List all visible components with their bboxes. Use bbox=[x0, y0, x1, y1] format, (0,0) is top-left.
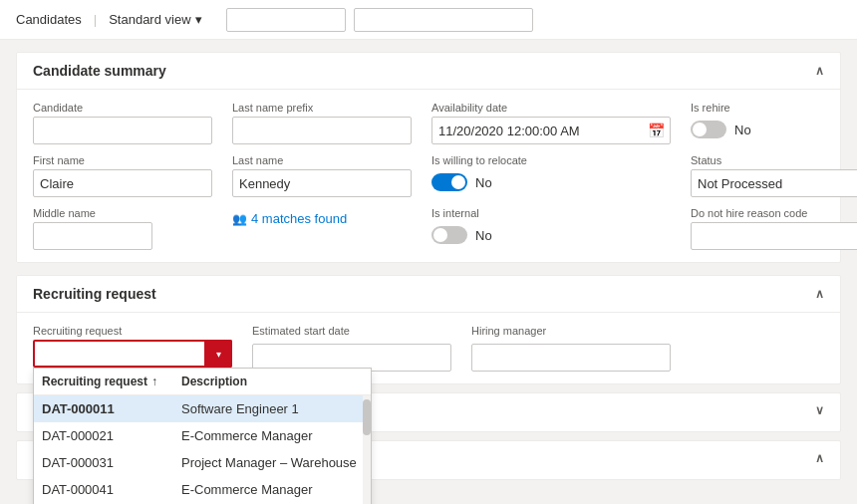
additional-section-1-expand-icon[interactable]: ∨ bbox=[815, 403, 824, 417]
view-chevron-icon: ▾ bbox=[195, 12, 202, 27]
availability-date-label: Availability date bbox=[431, 102, 671, 114]
recruiting-request-chevron[interactable]: ▾ bbox=[204, 340, 232, 368]
matches-field: 👥 4 matches found bbox=[232, 207, 412, 226]
is-willing-relocate-toggle[interactable] bbox=[431, 173, 467, 191]
dropdown-row-3[interactable]: DAT-000041 E-Commerce Manager bbox=[34, 476, 371, 503]
candidate-field: Candidate bbox=[33, 102, 212, 144]
is-internal-value: No bbox=[475, 228, 492, 243]
candidate-form-grid-row3: Middle name 👥 4 matches found Is interna… bbox=[33, 207, 824, 250]
recruiting-request-label: Recruiting request bbox=[33, 325, 232, 337]
is-internal-field: Is internal No bbox=[431, 207, 671, 244]
middle-name-input[interactable] bbox=[33, 222, 152, 250]
last-name-prefix-field: Last name prefix bbox=[232, 102, 412, 144]
hiring-manager-label: Hiring manager bbox=[471, 325, 671, 337]
candidate-summary-collapse-icon[interactable]: ∧ bbox=[815, 64, 824, 78]
is-internal-toggle[interactable] bbox=[431, 226, 467, 244]
dropdown-header: Recruiting request ↑ Description bbox=[34, 369, 371, 395]
first-name-label: First name bbox=[33, 154, 212, 166]
is-rehire-field: Is rehire No bbox=[691, 102, 857, 138]
dropdown-col-request-label: Recruiting request bbox=[42, 375, 147, 388]
availability-date-input[interactable] bbox=[431, 117, 671, 144]
view-label: Standard view bbox=[109, 12, 190, 27]
dropdown-col-request[interactable]: Recruiting request ↑ bbox=[42, 375, 181, 388]
is-willing-relocate-toggle-wrapper: No bbox=[431, 173, 671, 191]
chevron-down-icon: ▾ bbox=[216, 349, 221, 360]
last-name-field: Last name bbox=[232, 154, 412, 197]
dropdown-row-2[interactable]: DAT-000031 Project Manager – Warehouse bbox=[34, 449, 371, 476]
candidate-label: Candidate bbox=[33, 102, 212, 114]
do-not-hire-select[interactable] bbox=[691, 222, 857, 250]
dropdown-row-2-code: DAT-000031 bbox=[42, 455, 181, 470]
top-bar: Candidates | Standard view ▾ bbox=[0, 0, 857, 40]
first-name-input[interactable] bbox=[33, 169, 212, 197]
dropdown-row-1-desc: E-Commerce Manager bbox=[181, 428, 363, 443]
dropdown-row-0-desc: Software Engineer 1 bbox=[181, 401, 363, 416]
recruiting-request-field: Recruiting request ▾ Recruiting request … bbox=[33, 325, 232, 368]
hiring-manager-field: Hiring manager bbox=[471, 325, 671, 372]
dropdown-row-1[interactable]: DAT-000021 E-Commerce Manager bbox=[34, 422, 371, 449]
is-rehire-value: No bbox=[734, 123, 751, 137]
main-content: Candidate summary ∧ Candidate Last name … bbox=[0, 40, 857, 504]
candidate-form-grid-row1: Candidate Last name prefix Availability … bbox=[33, 102, 824, 144]
recruiting-request-dropdown: Recruiting request ↑ Description DAT-000… bbox=[33, 368, 372, 504]
do-not-hire-label: Do not hire reason code bbox=[691, 207, 857, 219]
dropdown-row-3-desc: E-Commerce Manager bbox=[181, 482, 363, 497]
top-bar-input-1[interactable] bbox=[226, 8, 346, 32]
do-not-hire-field: Do not hire reason code bbox=[691, 207, 857, 250]
last-name-prefix-label: Last name prefix bbox=[232, 102, 412, 114]
estimated-start-date-label: Estimated start date bbox=[252, 325, 451, 337]
candidate-summary-title: Candidate summary bbox=[33, 63, 166, 79]
recruiting-request-collapse-icon[interactable]: ∧ bbox=[815, 287, 824, 301]
dropdown-row-2-desc: Project Manager – Warehouse bbox=[181, 455, 363, 470]
top-bar-inputs bbox=[226, 8, 533, 32]
is-rehire-toggle[interactable] bbox=[691, 121, 726, 138]
candidate-form-grid-row2: First name Last name Is willing to reloc… bbox=[33, 154, 824, 197]
status-label: Status bbox=[691, 154, 857, 166]
top-bar-input-2[interactable] bbox=[354, 8, 533, 32]
recruiting-request-header: Recruiting request ∧ bbox=[17, 276, 840, 313]
view-selector[interactable]: Standard view ▾ bbox=[109, 12, 201, 27]
dropdown-row-3-code: DAT-000041 bbox=[42, 482, 181, 497]
middle-name-field: Middle name bbox=[33, 207, 212, 250]
status-select[interactable]: Not Processed bbox=[691, 169, 857, 197]
dropdown-col-description[interactable]: Description bbox=[181, 375, 363, 388]
hiring-manager-input[interactable] bbox=[471, 344, 671, 372]
recruiting-request-title: Recruiting request bbox=[33, 286, 156, 302]
is-willing-relocate-value: No bbox=[475, 175, 492, 190]
last-name-input[interactable] bbox=[232, 169, 412, 197]
dropdown-row-1-code: DAT-000021 bbox=[42, 428, 181, 443]
availability-date-wrapper: 📅 bbox=[431, 117, 671, 144]
is-rehire-toggle-wrapper: No bbox=[691, 121, 857, 138]
is-willing-relocate-field: Is willing to relocate No bbox=[431, 154, 671, 191]
recruiting-request-body: Recruiting request ▾ Recruiting request … bbox=[17, 313, 840, 383]
candidate-input[interactable] bbox=[33, 117, 212, 144]
is-internal-label: Is internal bbox=[431, 207, 671, 219]
last-name-prefix-input[interactable] bbox=[232, 117, 412, 144]
recruiting-request-section: Recruiting request ∧ Recruiting request … bbox=[16, 275, 841, 384]
matches-text: 4 matches found bbox=[251, 211, 347, 226]
top-bar-divider: | bbox=[94, 12, 97, 27]
recruiting-request-input[interactable] bbox=[33, 340, 232, 368]
availability-date-field: Availability date 📅 bbox=[431, 102, 671, 144]
dropdown-col-description-label: Description bbox=[181, 375, 247, 388]
matches-person-icon: 👥 bbox=[232, 212, 247, 226]
is-willing-relocate-toggle-knob bbox=[451, 175, 465, 189]
estimated-start-date-field: Estimated start date bbox=[252, 325, 451, 372]
candidate-summary-body: Candidate Last name prefix Availability … bbox=[17, 90, 840, 262]
is-willing-relocate-label: Is willing to relocate bbox=[431, 154, 671, 166]
sort-icon: ↑ bbox=[151, 375, 157, 388]
candidate-summary-header: Candidate summary ∧ bbox=[17, 53, 840, 90]
first-name-field: First name bbox=[33, 154, 212, 197]
additional-section-2-collapse-icon[interactable]: ∧ bbox=[815, 451, 824, 465]
scrollbar-thumb[interactable] bbox=[363, 399, 371, 435]
page-title: Candidates bbox=[16, 12, 82, 27]
is-rehire-toggle-knob bbox=[693, 123, 707, 136]
is-internal-toggle-wrapper: No bbox=[431, 226, 671, 244]
is-rehire-label: Is rehire bbox=[691, 102, 857, 114]
scrollbar-track bbox=[363, 395, 371, 504]
last-name-label: Last name bbox=[232, 154, 412, 166]
recruiting-form-grid: Recruiting request ▾ Recruiting request … bbox=[33, 325, 824, 372]
dropdown-row-0[interactable]: DAT-000011 Software Engineer 1 bbox=[34, 395, 371, 422]
is-internal-toggle-knob bbox=[433, 228, 447, 242]
matches-link[interactable]: 👥 4 matches found bbox=[232, 211, 412, 226]
